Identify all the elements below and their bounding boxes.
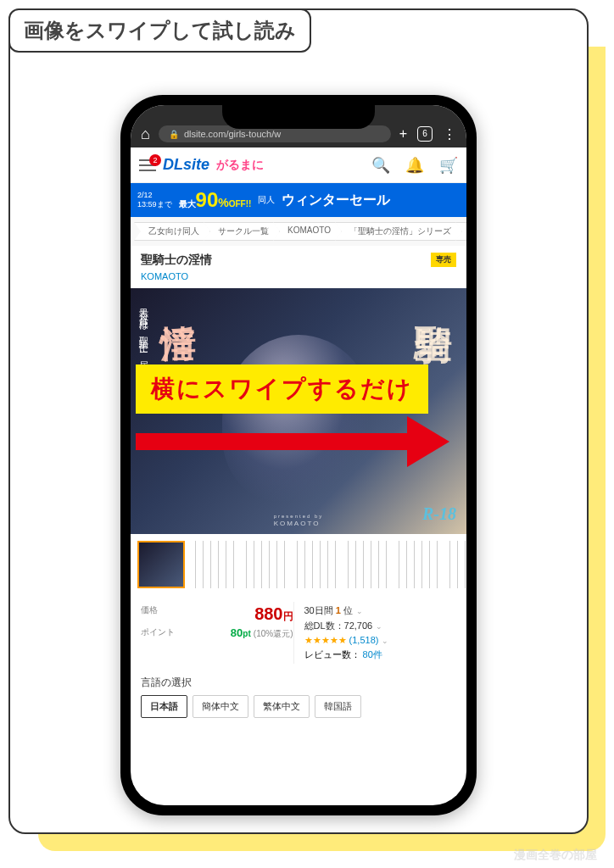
thumbnail-item[interactable] — [341, 541, 388, 588]
r18-badge: R-18 — [422, 504, 456, 524]
download-count-line[interactable]: 総DL数：72,706⌄ — [304, 620, 457, 632]
thumbnail-strip[interactable] — [131, 534, 466, 595]
menu-dots-icon[interactable]: ⋮ — [443, 126, 456, 142]
plus-icon[interactable]: + — [399, 126, 407, 142]
phone-notch — [222, 105, 375, 129]
lang-button-zh-cn[interactable]: 簡体中文 — [193, 695, 248, 718]
bell-icon[interactable]: 🔔 — [405, 156, 424, 175]
lang-button-ko[interactable]: 韓国語 — [315, 695, 361, 718]
points-label: ポイント — [141, 627, 175, 637]
points-value: 80 — [231, 626, 243, 639]
ranking-line[interactable]: 30日間 1 位⌄ — [304, 604, 457, 617]
notification-badge: 2 — [149, 154, 161, 166]
site-sublogo[interactable]: がるまに — [216, 158, 264, 173]
swipe-instruction-overlay: 横にスワイプするだけ — [136, 364, 614, 463]
product-title: 聖騎士の淫情 — [141, 253, 456, 268]
thumbnail-item[interactable] — [137, 541, 185, 588]
price-value: 880 — [254, 604, 282, 623]
chevron-down-icon: ⌄ — [376, 622, 382, 631]
breadcrumb: 乙女向け同人 サークル一覧 KOMAOTO 「聖騎士の淫情」シリーズ 聖 — [131, 217, 466, 246]
thumbnail-item[interactable] — [392, 541, 439, 588]
star-rating-icon: ★★★★★ — [304, 635, 347, 645]
product-info: 価格 880円 ポイント 80pt (10%還元) 30日間 1 位⌄ 総DL数… — [131, 595, 466, 670]
tab-count-button[interactable]: 6 — [417, 126, 433, 142]
sale-banner[interactable]: 2/12 13:59まで 最大 90 % OFF!! 同人 ウィンターセール — [131, 183, 466, 217]
thumbnail-item[interactable] — [239, 541, 287, 588]
site-logo[interactable]: DLsite — [163, 156, 209, 174]
home-icon[interactable]: ⌂ — [141, 125, 150, 143]
product-author[interactable]: KOMAOTO — [141, 271, 456, 281]
product-header: 専売 聖騎士の淫情 KOMAOTO — [131, 246, 466, 288]
breadcrumb-item[interactable]: サークル一覧 — [204, 222, 280, 241]
search-icon[interactable]: 🔍 — [371, 156, 390, 175]
thumbnail-item[interactable] — [443, 541, 466, 588]
hamburger-menu[interactable]: 2 — [139, 159, 156, 171]
breadcrumb-item[interactable]: 「聖騎士の淫情」シリーズ — [335, 222, 462, 241]
lock-icon: 🔒 — [169, 130, 179, 139]
chevron-down-icon: ⌄ — [356, 607, 363, 615]
chevron-down-icon: ⌄ — [382, 637, 388, 645]
breadcrumb-item[interactable]: KOMAOTO — [273, 222, 342, 241]
sale-deadline: 2/12 13:59まで — [137, 191, 172, 209]
breadcrumb-item[interactable]: 乙女向け同人 — [134, 222, 210, 241]
thumbnail-item[interactable] — [188, 541, 236, 588]
lang-button-jp[interactable]: 日本語 — [141, 695, 187, 718]
sale-title: ウィンターセール — [282, 192, 390, 209]
cover-credit: presented by KOMAOTO — [274, 512, 324, 527]
lang-button-zh-tw[interactable]: 繁体中文 — [254, 695, 310, 718]
language-title: 言語の選択 — [141, 676, 456, 690]
url-text: dlsite.com/girls-touch/w — [184, 129, 281, 139]
cart-icon[interactable]: 🛒 — [439, 156, 458, 175]
exclusive-badge: 専売 — [431, 253, 456, 267]
sale-discount: 最大 90 % OFF!! — [179, 188, 252, 212]
swipe-instruction-text: 横にスワイプするだけ — [136, 364, 428, 414]
swipe-arrow-icon — [136, 420, 458, 463]
watermark: 漫画全巻の部屋 — [514, 848, 597, 863]
rating-line[interactable]: ★★★★★ (1,518)⌄ — [304, 635, 457, 646]
site-header: 2 DLsite がるまに 🔍 🔔 🛒 — [131, 147, 466, 183]
price-label: 価格 — [141, 605, 158, 615]
review-count-line[interactable]: レビュー数： 80件 — [304, 648, 457, 661]
instruction-header: 画像をスワイプして試し読み — [8, 8, 311, 53]
language-section: 言語の選択 日本語 簡体中文 繁体中文 韓国語 — [131, 670, 466, 728]
thumbnail-item[interactable] — [290, 541, 338, 588]
